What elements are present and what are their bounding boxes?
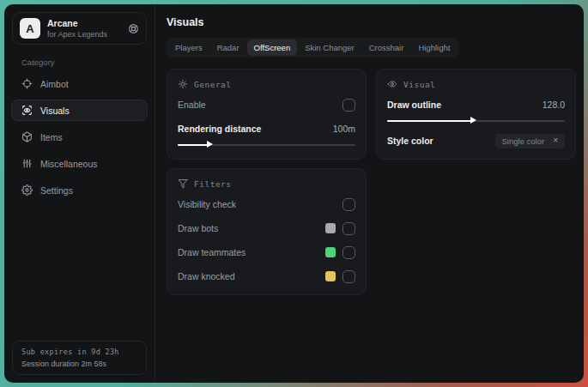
eye-icon [387, 79, 397, 89]
sidebar-item-label: Aimbot [40, 79, 69, 89]
tab-offscreen[interactable]: OffScreen [247, 39, 298, 56]
draw-outline-value: 128.0 [543, 100, 565, 110]
panel-visual: VisualDraw outline128.0Style colorSingle… [376, 69, 576, 160]
app-subtitle: for Apex Legends [47, 30, 121, 39]
row-label: Draw teammates [178, 247, 246, 257]
cube-icon [21, 131, 33, 142]
row-draw-bots: Draw bots [178, 220, 355, 237]
tab-bar: PlayersRadarOffScreenSkin ChangerCrossha… [167, 38, 458, 57]
sun-icon [178, 79, 188, 89]
tab-highlight[interactable]: Highlight [411, 39, 457, 56]
row-controls: Single color× [495, 134, 565, 148]
sidebar-item-settings[interactable]: Settings [11, 179, 148, 201]
row-controls [325, 246, 355, 259]
app-window: A Arcane for Apex Legends Category Aimbo… [4, 4, 584, 383]
funnel-icon [178, 178, 188, 189]
app-logo: A [20, 18, 40, 39]
panel-title: General [194, 80, 232, 89]
panel-header: Filters [178, 178, 355, 189]
panel-general: GeneralEnableRendering distance100m [167, 69, 367, 160]
draw-teammates-checkbox[interactable] [342, 246, 355, 259]
app-title: Arcane [47, 18, 121, 28]
panel-filters: FiltersVisibility checkDraw botsDraw tea… [167, 168, 367, 295]
row-label: Draw bots [178, 223, 218, 233]
row-draw-outline: Draw outline128.0 [387, 96, 565, 113]
main-content: Visuals PlayersRadarOffScreenSkin Change… [155, 4, 584, 383]
row-controls [342, 198, 355, 211]
left-column: GeneralEnableRendering distance100mFilte… [167, 69, 367, 295]
style-color-select[interactable]: Single color× [495, 134, 565, 148]
draw-knocked-color-swatch[interactable] [325, 271, 336, 281]
page-title: Visuals [167, 16, 576, 28]
sliders-icon [21, 158, 33, 169]
slider-fill [387, 120, 472, 123]
sidebar-item-label: Items [40, 132, 63, 142]
row-label: Rendering distance [178, 124, 261, 134]
session-duration-text: Session duration 2m 58s [21, 360, 137, 368]
sidebar-item-label: Miscellaneous [40, 159, 98, 169]
row-controls [342, 99, 355, 112]
logo-card: A Arcane for Apex Legends [12, 12, 147, 45]
row-controls [325, 270, 355, 283]
right-column: VisualDraw outline128.0Style colorSingle… [376, 69, 576, 160]
sidebar-item-label: Settings [40, 185, 73, 196]
tab-radar[interactable]: Radar [210, 39, 246, 56]
row-enable: Enable [178, 96, 355, 113]
category-label: Category [21, 57, 155, 67]
row-controls: 128.0 [543, 100, 565, 110]
panel-header: Visual [387, 79, 565, 89]
sub-expiry-text: Sub expires in 9d 23h [21, 348, 137, 356]
panel-title: Filters [194, 179, 232, 189]
sidebar-item-visuals[interactable]: Visuals [11, 100, 148, 121]
row-rendering-distance: Rendering distance100m [178, 120, 355, 137]
draw-outline-slider[interactable] [387, 117, 565, 125]
sidebar: A Arcane for Apex Legends Category Aimbo… [4, 4, 155, 383]
sidebar-item-miscellaneous[interactable]: Miscellaneous [11, 153, 148, 174]
sidebar-item-items[interactable]: Items [11, 126, 148, 148]
row-visibility-check: Visibility check [178, 196, 355, 213]
lifebuoy-icon[interactable] [128, 23, 139, 34]
visibility-check-checkbox[interactable] [342, 198, 355, 211]
row-label: Style color [387, 136, 433, 146]
close-icon[interactable]: × [553, 136, 558, 145]
gear-icon [21, 184, 33, 196]
subscription-info: Sub expires in 9d 23h Session duration 2… [12, 341, 147, 375]
draw-knocked-checkbox[interactable] [342, 270, 355, 283]
row-label: Draw outline [387, 100, 441, 110]
chip-label: Single color [502, 136, 545, 146]
scan-eye-icon [21, 105, 33, 116]
sidebar-item-label: Visuals [40, 106, 70, 116]
row-label: Draw knocked [178, 271, 235, 281]
slider-thumb[interactable] [470, 117, 476, 124]
panel-title: Visual [403, 80, 435, 89]
tab-crosshair[interactable]: Crosshair [362, 39, 411, 56]
draw-bots-color-swatch[interactable] [325, 223, 336, 233]
row-draw-knocked: Draw knocked [178, 268, 355, 285]
enable-checkbox[interactable] [342, 99, 355, 112]
draw-bots-checkbox[interactable] [342, 222, 355, 235]
draw-teammates-color-swatch[interactable] [325, 247, 336, 257]
rendering-distance-value: 100m [333, 124, 355, 134]
slider-fill [178, 144, 209, 147]
row-draw-teammates: Draw teammates [178, 244, 355, 261]
rendering-distance-slider[interactable] [178, 141, 355, 149]
row-style-color: Style colorSingle color× [387, 132, 565, 149]
crosshair-icon [21, 78, 33, 89]
sidebar-nav: AimbotVisualsItemsMiscellaneousSettings [4, 70, 155, 203]
row-controls: 100m [333, 124, 355, 134]
sidebar-item-aimbot[interactable]: Aimbot [11, 73, 148, 94]
logo-text: Arcane for Apex Legends [47, 18, 121, 39]
row-controls [325, 222, 355, 235]
tab-players[interactable]: Players [168, 39, 209, 56]
row-label: Enable [178, 100, 206, 110]
panels-area: GeneralEnableRendering distance100mFilte… [167, 69, 576, 295]
tab-skin-changer[interactable]: Skin Changer [298, 39, 361, 56]
slider-thumb[interactable] [207, 141, 213, 148]
row-label: Visibility check [178, 199, 236, 209]
panel-header: General [178, 79, 355, 89]
